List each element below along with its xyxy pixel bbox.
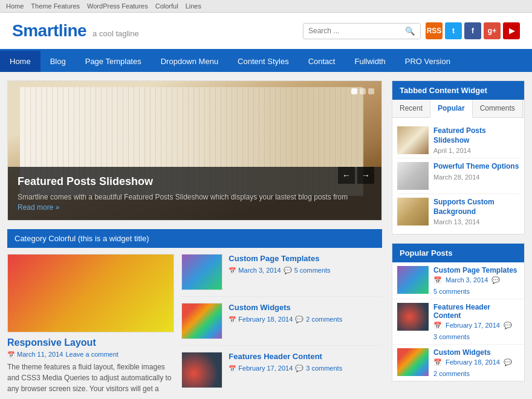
topbar-link-wordpress-features[interactable]: WordPress Features [87, 2, 148, 10]
post-list-content-1: Custom Widgets 📅 February 18, 2014 💬 2 c… [229, 303, 382, 339]
widget-tabs: Recent Popular Comments [392, 100, 524, 118]
popular-comments-2[interactable]: 2 comments [433, 370, 470, 377]
featured-post-date[interactable]: March 11, 2014 [17, 351, 63, 358]
widget-item-title-0[interactable]: Featured Posts Slideshow [433, 126, 519, 145]
widget-thumb-2 [397, 198, 429, 225]
search-box: 🔍 [303, 23, 421, 39]
widget-thumb-1 [397, 162, 429, 190]
featured-post: Responsive Layout 📅 March 11, 2014 Leave… [7, 254, 174, 394]
popular-date-1[interactable]: February 17, 2014 [446, 322, 500, 329]
nav-item-blog[interactable]: Blog [41, 51, 76, 72]
topbar-link-theme-features[interactable]: Theme Features [31, 2, 80, 10]
post-comments-0[interactable]: 5 comments [294, 267, 331, 274]
popular-meta-0: 📅 March 3, 2014 💬 5 comments [433, 276, 519, 295]
tab-popular[interactable]: Popular [430, 100, 473, 118]
widget-items: Featured Posts Slideshow April 1, 2014 P… [392, 118, 524, 234]
topbar-link-colorful[interactable]: Colorful [155, 2, 178, 10]
post-thumb-1 [181, 303, 222, 339]
widget-item-date-2: March 13, 2014 [433, 218, 519, 225]
topbar-link-lines[interactable]: Lines [186, 2, 201, 10]
featured-post-title[interactable]: Responsive Layout [7, 337, 174, 348]
post-list-title-0[interactable]: Custom Page Templates [229, 254, 382, 264]
nav-item-home[interactable]: Home [0, 51, 41, 72]
popular-title-1[interactable]: Features Header Content [433, 303, 519, 320]
popular-comments-0[interactable]: 5 comments [433, 288, 470, 295]
social-icons: RSS t f g+ ▶ [426, 22, 520, 39]
slide-arrows: ← → [338, 167, 374, 184]
widget-item-1: Powerful Theme Options March 28, 2014 [397, 158, 519, 194]
tabbed-widget-title: Tabbed Content Widget [392, 81, 524, 100]
slide-caption: Featured Posts Slideshow Smartline comes… [8, 167, 381, 220]
featured-post-image [7, 254, 174, 332]
nav-item-content-styles[interactable]: Content Styles [228, 51, 299, 72]
tab-comments[interactable]: Comments [473, 100, 523, 117]
post-thumb-0 [181, 254, 222, 290]
cal-icon-1: 📅 [229, 316, 236, 323]
widget-item-content-2: Supports Custom Background March 13, 201… [433, 198, 519, 225]
slide-next-button[interactable]: → [357, 167, 374, 184]
popular-comments-1[interactable]: 3 comments [433, 333, 470, 340]
site-tagline: a cool tagline [92, 29, 139, 38]
slide-prev-button[interactable]: ← [338, 167, 355, 184]
widget-item-title-2[interactable]: Supports Custom Background [433, 198, 519, 216]
nav-item-contact[interactable]: Contact [299, 51, 345, 72]
widget-item-date-1: March 28, 2014 [433, 174, 519, 181]
nav-item-page-templates[interactable]: Page Templates [76, 51, 151, 72]
rss-icon[interactable]: RSS [426, 22, 443, 39]
featured-post-leave-comment[interactable]: Leave a comment [65, 351, 118, 358]
popular-thumb-2 [397, 348, 429, 376]
main-content: Featured Posts Slideshow Smartline comes… [0, 72, 532, 399]
post-thumb-2 [181, 352, 222, 388]
tab-recent[interactable]: Recent [392, 100, 430, 117]
slide-title: Featured Posts Slideshow [18, 175, 372, 188]
calendar-icon: 📅 [7, 351, 15, 358]
popular-content-0: Custom Page Templates 📅 March 3, 2014 💬 … [433, 266, 519, 295]
tabbed-content-widget: Tabbed Content Widget Recent Popular Com… [392, 80, 525, 235]
youtube-icon[interactable]: ▶ [503, 22, 520, 39]
category-widget-title: Category Colorful (this is a widget titl… [7, 229, 382, 248]
featured-post-meta: 📅 March 11, 2014 Leave a comment [7, 351, 174, 358]
google-icon[interactable]: g+ [484, 22, 501, 39]
popular-meta-1: 📅 February 17, 2014 💬 3 comments [433, 322, 519, 340]
popular-item-2: Custom Widgets 📅 February 18, 2014 💬 2 c… [392, 345, 524, 381]
widget-item-title-1[interactable]: Powerful Theme Options [433, 162, 519, 172]
list-item: Custom Page Templates 📅 March 3, 2014 💬 … [181, 254, 382, 297]
popular-widget-title: Popular Posts [392, 244, 524, 262]
popular-item-0: Custom Page Templates 📅 March 3, 2014 💬 … [392, 262, 524, 299]
post-list-title-2[interactable]: Features Header Content [229, 352, 382, 362]
post-date-0[interactable]: March 3, 2014 [238, 267, 281, 274]
content-area: Featured Posts Slideshow Smartline comes… [7, 80, 382, 399]
post-date-2[interactable]: February 17, 2014 [238, 365, 293, 372]
facebook-icon[interactable]: f [464, 22, 481, 39]
featured-post-excerpt: The theme features a fluid layout, flexi… [7, 362, 174, 394]
popular-thumb-0 [397, 266, 429, 294]
popular-title-2[interactable]: Custom Widgets [433, 348, 519, 357]
nav-item-pro[interactable]: PRO Version [395, 51, 460, 72]
site-title: Smartline [12, 21, 86, 41]
post-comments-1[interactable]: 2 comments [306, 316, 342, 323]
nav-item-dropdown-menu[interactable]: Dropdown Menu [151, 51, 228, 72]
post-list: Custom Page Templates 📅 March 3, 2014 💬 … [181, 254, 382, 394]
search-input[interactable] [303, 24, 400, 38]
slide-dot-1[interactable] [351, 88, 357, 94]
search-button[interactable]: 🔍 [400, 24, 420, 39]
post-meta-2: 📅 February 17, 2014 💬 3 comments [229, 365, 382, 372]
slide-dots [351, 88, 374, 94]
topbar-link-home[interactable]: Home [6, 2, 24, 10]
twitter-icon[interactable]: t [445, 22, 462, 39]
post-comments-2[interactable]: 3 comments [306, 365, 342, 372]
widget-item-date-0: April 1, 2014 [433, 147, 519, 154]
nav-item-fullwidth[interactable]: Fullwidth [345, 51, 395, 72]
popular-date-2[interactable]: February 18, 2014 [446, 358, 500, 366]
slide-dot-2[interactable] [360, 88, 366, 94]
slide-dot-3[interactable] [368, 88, 374, 94]
popular-item-1: Features Header Content 📅 February 17, 2… [392, 299, 524, 345]
post-date-1[interactable]: February 18, 2014 [238, 316, 293, 323]
popular-title-0[interactable]: Custom Page Templates [433, 266, 519, 274]
list-item: Features Header Content 📅 February 17, 2… [181, 352, 382, 394]
slide-read-more[interactable]: Read more » [18, 203, 59, 212]
widget-item-content-1: Powerful Theme Options March 28, 2014 [433, 162, 519, 190]
post-list-title-1[interactable]: Custom Widgets [229, 303, 382, 313]
popular-date-0[interactable]: March 3, 2014 [446, 276, 488, 284]
header-right: 🔍 RSS t f g+ ▶ [303, 22, 520, 39]
